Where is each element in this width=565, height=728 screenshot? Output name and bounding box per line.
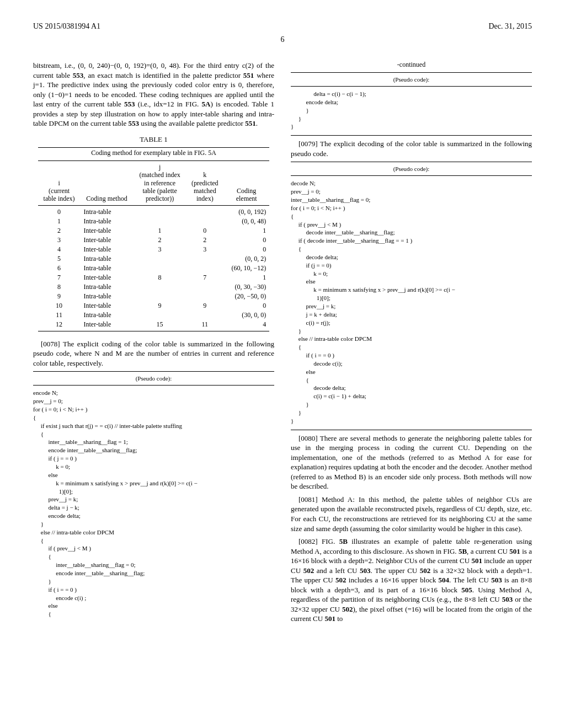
pseudo-code-label: (Pseudo code):: [291, 76, 532, 83]
code-rule: [291, 430, 532, 430]
table-cell: Inter-table: [80, 273, 133, 282]
table-cell: 1: [134, 226, 186, 235]
table-cell: (0, 0, 2): [223, 254, 269, 264]
paragraph-0079: [0079] The explicit decoding of the colo…: [291, 139, 532, 158]
table-row: 5Intra-table(0, 0, 2): [38, 254, 270, 264]
table-cell: 9: [134, 301, 186, 311]
table-cell: 7: [186, 273, 223, 282]
table-cell: [134, 205, 186, 217]
table-row: 11Intra-table(30, 0, 0): [38, 311, 270, 320]
table-cell: (60, 10, −12): [223, 264, 269, 273]
table-row: 6Intra-table(60, 10, −12): [38, 264, 270, 273]
table-cell: 6: [38, 264, 81, 273]
table-caption: Coding method for exemplary table in FIG…: [33, 149, 274, 157]
paragraph-0081: [0081] Method A: In this method, the pal…: [291, 495, 532, 533]
pseudo-code-label: (Pseudo code):: [33, 375, 274, 382]
table-row: 1Intra-table(0, 0, 48): [38, 217, 270, 226]
pseudo-code-decode: decode N; prev__j = 0; inter__table__sha…: [291, 179, 532, 425]
table-cell: 2: [38, 226, 81, 235]
table-cell: 0: [186, 226, 223, 235]
table-cell: 0: [38, 205, 81, 217]
code-rule: [291, 135, 532, 136]
table-cell: (0, 0, 48): [223, 217, 269, 226]
table-cell: 0: [223, 245, 269, 254]
pseudo-code-label: (Pseudo code):: [291, 165, 532, 172]
table-cell: Intra-table: [80, 205, 133, 217]
table-cell: 7: [38, 273, 81, 282]
table-cell: 11: [38, 311, 81, 320]
paragraph-0078: [0078] The explicit coding of the color …: [33, 339, 274, 368]
table-cell: 9: [38, 292, 81, 301]
table-cell: [134, 264, 186, 273]
table-cell: 3: [134, 245, 186, 254]
table-row: 0Intra-table(0, 0, 192): [38, 205, 270, 217]
table-cell: Intra-table: [80, 282, 133, 292]
table-cell: Intra-table: [80, 311, 133, 320]
code-rule: [291, 175, 532, 176]
table-cell: 10: [38, 301, 81, 311]
right-column: -continued (Pseudo code): delta = c(i) −…: [291, 61, 532, 627]
code-rule: [33, 371, 274, 372]
paragraph: bitstream, i.e., (0, 0, 240)−(0, 0, 192)…: [33, 61, 274, 129]
table-row: 10Inter-table990: [38, 301, 270, 311]
publication-date: Dec. 31, 2015: [488, 22, 532, 31]
content-columns: bitstream, i.e., (0, 0, 240)−(0, 0, 192)…: [33, 61, 532, 627]
table-row: 2Inter-table101: [38, 226, 270, 235]
table-cell: [134, 311, 186, 320]
table-row: 9Intra-table(20, −50, 0): [38, 292, 270, 301]
table-cell: 5: [38, 254, 81, 264]
table-cell: Intra-table: [80, 254, 133, 264]
table-cell: [134, 282, 186, 292]
table-1: i(currenttable index)Coding methodj(matc…: [38, 160, 270, 331]
table-title: TABLE 1: [33, 135, 274, 144]
table-cell: 12: [38, 320, 81, 331]
continued-label: -continued: [291, 61, 532, 69]
table-cell: 2: [186, 235, 223, 245]
table-cell: [134, 254, 186, 264]
table-cell: Inter-table: [80, 245, 133, 254]
code-rule: [291, 72, 532, 73]
table-row: 3Inter-table220: [38, 235, 270, 245]
publication-number: US 2015/0381994 A1: [33, 22, 100, 31]
table-header: Codingelement: [223, 160, 269, 205]
table-cell: [186, 264, 223, 273]
table-cell: (30, 0, 0): [223, 311, 269, 320]
table-header: j(matched indexin referencetable (palett…: [134, 160, 186, 205]
table-cell: (0, 0, 192): [223, 205, 269, 217]
code-rule: [291, 162, 532, 162]
table-cell: Intra-table: [80, 264, 133, 273]
table-row: 8Intra-table(0, 30, −30): [38, 282, 270, 292]
table-cell: Inter-table: [80, 235, 133, 245]
table-cell: (0, 30, −30): [223, 282, 269, 292]
table-row: 12Inter-table15114: [38, 320, 270, 331]
table-cell: 4: [38, 245, 81, 254]
page-number: 6: [33, 35, 532, 44]
table-cell: [186, 311, 223, 320]
table-cell: 2: [134, 235, 186, 245]
table-cell: 0: [223, 301, 269, 311]
code-rule: [291, 86, 532, 87]
table-cell: [186, 292, 223, 301]
table-header: k(predictedmatchedindex): [186, 160, 223, 205]
page-header: US 2015/0381994 A1 Dec. 31, 2015: [33, 22, 532, 31]
table-cell: 1: [38, 217, 81, 226]
table-cell: 4: [223, 320, 269, 331]
table-cell: 0: [223, 235, 269, 245]
table-cell: Intra-table: [80, 292, 133, 301]
table-cell: 11: [186, 320, 223, 331]
table-cell: 3: [186, 245, 223, 254]
table-cell: [186, 254, 223, 264]
paragraph-0080: [0080] There are several methods to gene…: [291, 433, 532, 491]
table-rule-top: [38, 147, 270, 148]
table-row: 4Inter-table330: [38, 245, 270, 254]
paragraph-0082: [0082] FIG. 5B illustrates an example of…: [291, 537, 532, 624]
table-cell: 3: [38, 235, 81, 245]
table-cell: 1: [223, 273, 269, 282]
left-column: bitstream, i.e., (0, 0, 240)−(0, 0, 192)…: [33, 61, 274, 627]
table-cell: [134, 217, 186, 226]
table-cell: [186, 282, 223, 292]
table-cell: 9: [186, 301, 223, 311]
code-rule: [33, 385, 274, 386]
table-row: 7Inter-table871: [38, 273, 270, 282]
table-cell: 8: [134, 273, 186, 282]
